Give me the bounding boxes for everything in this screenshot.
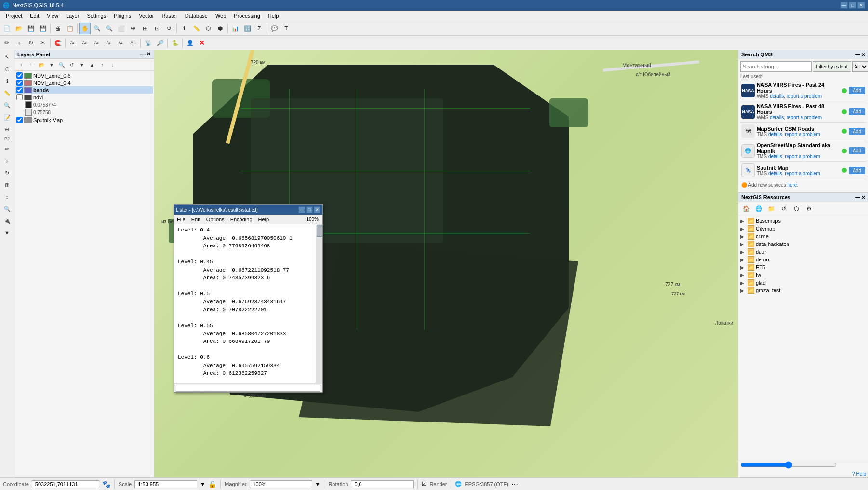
tree-item-groza[interactable]: ▶ 📁 groza_test <box>739 286 867 294</box>
zoom-selection-button[interactable]: ⊡ <box>151 23 163 34</box>
nextgis-close[interactable]: ✕ <box>861 195 865 200</box>
lister-content[interactable]: Level: 0.4 Average: 0.665681970050610 1 … <box>174 224 322 383</box>
deselect-button[interactable]: ⬢ <box>214 23 226 34</box>
zoom-tool[interactable]: 🔍 <box>1 99 13 111</box>
ng-select-button[interactable]: ⬡ <box>790 204 802 214</box>
help-link[interactable]: ? Help <box>852 471 866 476</box>
search-qms-controls[interactable]: — ✕ <box>855 52 865 57</box>
gps-button[interactable]: 📡 <box>142 37 154 49</box>
glad-expand[interactable]: ▶ <box>740 280 746 286</box>
tree-item-glad[interactable]: ▶ 📁 glad <box>739 279 867 286</box>
lister-menu-options[interactable]: Options <box>203 216 227 223</box>
identify-tool[interactable]: ℹ <box>1 75 13 87</box>
tree-item-fw[interactable]: ▶ 📁 fw <box>739 271 867 279</box>
label-button[interactable]: T <box>280 23 292 34</box>
nextgis-button[interactable]: ✕ <box>196 37 208 49</box>
delete-tool[interactable]: 🗑 <box>1 179 13 191</box>
search-qms-input[interactable] <box>740 61 812 72</box>
layer-ndvi-zone-06-checkbox[interactable] <box>16 72 23 79</box>
lister-menu-edit[interactable]: Edit <box>188 216 203 223</box>
lister-maximize[interactable]: □ <box>306 206 313 213</box>
diagram-button[interactable]: Aa <box>79 37 91 49</box>
data-hackaton-expand[interactable]: ▶ <box>740 242 746 247</box>
menu-vector[interactable]: Vector <box>135 12 158 20</box>
attribute-table-button[interactable]: 📊 <box>229 23 241 34</box>
sputnik-details[interactable]: details <box>768 171 782 176</box>
titlebar-controls[interactable]: — □ ✕ <box>840 2 865 9</box>
scale-input[interactable] <box>134 480 197 488</box>
node-button[interactable]: ⬦ <box>13 37 25 49</box>
annotation-tool[interactable]: 📝 <box>1 111 13 123</box>
search-qms-minimize[interactable]: — <box>855 52 860 57</box>
demo-expand[interactable]: ▶ <box>740 257 746 262</box>
measure-tool[interactable]: 📏 <box>1 87 13 99</box>
magnifier-dropdown[interactable]: ▼ <box>315 481 320 487</box>
osm-details[interactable]: details <box>768 154 782 159</box>
stats-button[interactable]: Σ <box>254 23 265 34</box>
layer-ndvi[interactable]: ndvi <box>15 94 153 101</box>
coordinate-input[interactable] <box>32 480 99 488</box>
rotate-label-button[interactable]: Aa <box>115 37 127 49</box>
layer-ndvi-zone-04[interactable]: NDVI_zone_0.4 <box>15 79 153 86</box>
tree-item-daur[interactable]: ▶ 📁 daur <box>739 248 867 256</box>
select-button[interactable]: ⬡ <box>202 23 214 34</box>
render-checkbox[interactable]: ☑ <box>422 481 427 487</box>
zoom-in-button[interactable]: 🔍 <box>91 23 103 34</box>
rotate-button[interactable]: ↻ <box>25 37 37 49</box>
layer-bands-checkbox[interactable] <box>16 87 23 93</box>
basemaps-expand[interactable]: ▶ <box>740 218 746 224</box>
nasa48-report[interactable]: report a problem <box>787 115 822 120</box>
layers-panel-controls[interactable]: — ✕ <box>140 51 151 57</box>
move-down-button[interactable]: ↓ <box>107 60 117 69</box>
resource-hscroll[interactable] <box>740 462 837 468</box>
scale-dropdown[interactable]: ▼ <box>200 481 205 487</box>
lister-menu-encoding[interactable]: Encoding <box>227 216 255 223</box>
nasa48-details[interactable]: details <box>770 115 784 120</box>
zoom-rubber-band-button[interactable]: ⬜ <box>115 23 127 34</box>
layer-ndvi-zone-04-checkbox[interactable] <box>16 80 23 86</box>
ng-folder-button[interactable]: 📁 <box>765 204 777 214</box>
layer-ndvi-checkbox[interactable] <box>16 94 23 100</box>
magnifier-input[interactable] <box>250 480 312 488</box>
tree-item-data-hackaton[interactable]: ▶ 📁 data-hackaton <box>739 240 867 248</box>
nextgis-minimize[interactable]: — <box>855 195 860 200</box>
nasa24-details[interactable]: details <box>770 94 784 99</box>
lister-minimize[interactable]: — <box>298 206 305 213</box>
layer-ndvi-zone-06[interactable]: NDVI_zone_0.6 <box>15 72 153 79</box>
layers-panel-minimize[interactable]: — <box>140 51 146 57</box>
maximize-button[interactable]: □ <box>849 2 856 9</box>
zoom-full-button[interactable]: ⊕ <box>127 23 139 34</box>
rotate-tool[interactable]: ↻ <box>1 167 13 178</box>
crime-expand[interactable]: ▶ <box>740 234 746 239</box>
save-project-button[interactable]: 💾 <box>25 23 37 34</box>
new-project-button[interactable]: 📄 <box>1 23 13 34</box>
ng-refresh-button[interactable]: ↺ <box>778 204 789 214</box>
menu-database[interactable]: Database <box>181 12 212 20</box>
pan-button[interactable]: ✋ <box>79 23 91 34</box>
tree-item-citymap[interactable]: ▶ 📁 Citymap <box>739 225 867 232</box>
lister-menu-file[interactable]: File <box>174 216 188 223</box>
lock-icon[interactable]: 🔒 <box>208 480 216 488</box>
rotation-input[interactable] <box>351 480 414 488</box>
move-up-button[interactable]: ↑ <box>97 60 107 69</box>
vertex-tool[interactable]: ⬦ <box>1 155 13 166</box>
zoom-out-button[interactable]: 🔍 <box>103 23 115 34</box>
layers-panel-close[interactable]: ✕ <box>147 51 151 57</box>
nasa24-add-button[interactable]: Add <box>849 87 865 94</box>
menu-view[interactable]: View <box>43 12 62 20</box>
statusbar-more-icon[interactable]: ⋯ <box>511 480 518 488</box>
ng-web-button[interactable]: 🌐 <box>753 204 764 214</box>
daur-expand[interactable]: ▶ <box>740 249 746 255</box>
snapping-button[interactable]: 🧲 <box>52 37 64 49</box>
tree-item-demo[interactable]: ▶ 📁 demo <box>739 256 867 263</box>
python-button[interactable]: 🐍 <box>169 37 181 49</box>
magnifier-button[interactable]: 🔎 <box>154 37 166 49</box>
fw-expand[interactable]: ▶ <box>740 272 746 278</box>
layer-sputnik-checkbox[interactable] <box>16 117 23 123</box>
nextgis-header-controls[interactable]: — ✕ <box>855 195 865 200</box>
print-button[interactable]: 🖨 <box>52 23 64 34</box>
spatial-tool[interactable]: ⊕ <box>1 123 13 135</box>
menu-raster[interactable]: Raster <box>158 12 181 20</box>
label-tool-button[interactable]: Aa <box>67 37 79 49</box>
remove-layer-button[interactable]: − <box>27 60 36 69</box>
